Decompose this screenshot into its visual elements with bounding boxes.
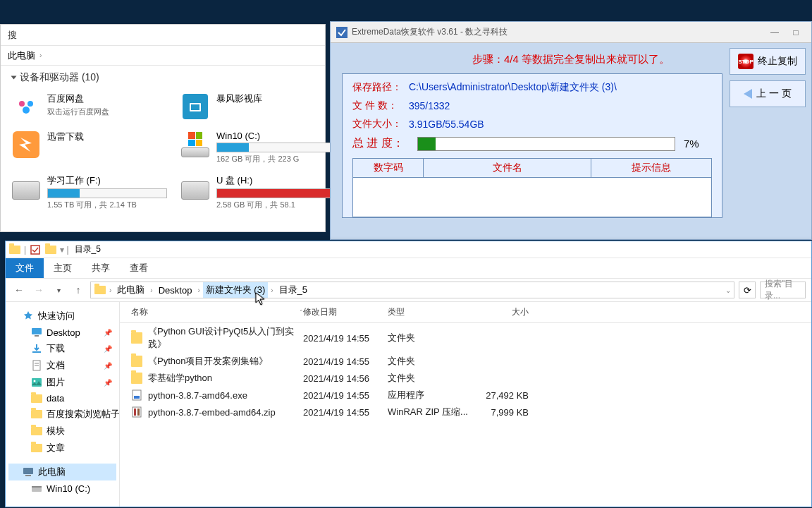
col-type[interactable]: 类型 xyxy=(388,306,472,318)
document-icon xyxy=(31,360,42,371)
tree-label: 百度搜索浏览帖子 xyxy=(47,408,120,421)
disk-icon xyxy=(31,483,42,494)
drive-xunlei[interactable]: 迅雷下载 xyxy=(12,131,167,164)
tree-documents[interactable]: 文档📌 xyxy=(8,357,116,374)
stop-copy-button[interactable]: STOP 终止复制 xyxy=(730,48,806,75)
file-type: 文件夹 xyxy=(388,372,472,385)
tree-win10-c[interactable]: Win10 (C:) xyxy=(8,480,116,496)
folder-small-icon[interactable] xyxy=(44,243,57,256)
up-button[interactable]: ↑ xyxy=(70,282,86,298)
minimize-button[interactable]: — xyxy=(765,26,785,39)
crumb-newfolder[interactable]: 新建文件夹 (3) xyxy=(203,282,269,298)
chevron-right-icon: › xyxy=(197,286,199,294)
folder-icon xyxy=(131,332,142,344)
svg-rect-21 xyxy=(134,409,136,416)
svg-rect-5 xyxy=(336,27,347,38)
tree-data[interactable]: data xyxy=(8,391,116,406)
file-name: 《Python GUI设计PyQt5从入门到实践》 xyxy=(148,325,303,351)
drive-usb-h[interactable]: U 盘 (H:) 2.58 GB 可用，共 58.1 xyxy=(181,174,336,210)
file-row[interactable]: 《Python GUI设计PyQt5从入门到实践》2021/4/19 14:55… xyxy=(120,323,811,353)
breadcrumb[interactable]: 此电脑 › xyxy=(1,46,325,66)
crumb-current[interactable]: 目录_5 xyxy=(276,282,310,298)
drive-title: 学习工作 (F:) xyxy=(47,174,167,187)
folder-icon xyxy=(94,284,106,296)
drive-baidu[interactable]: 百度网盘 双击运行百度网盘 xyxy=(12,92,167,121)
stop-button-label: 终止复制 xyxy=(758,55,797,68)
tree-articles[interactable]: 文章 xyxy=(8,440,116,456)
file-date: 2021/4/19 14:55 xyxy=(303,407,388,418)
recent-dropdown[interactable]: ▾ xyxy=(51,282,66,298)
tree-baidu-posts[interactable]: 百度搜索浏览帖子 xyxy=(8,406,116,423)
file-size: 27,492 KB xyxy=(472,390,543,401)
tree-this-pc[interactable]: 此电脑 xyxy=(8,464,116,480)
file-name: 《Python项目开发案例集锦》 xyxy=(148,355,268,368)
windows-icon xyxy=(188,132,202,146)
explorer-folder-window: | ▾ | 目录_5 文件 主页 共享 查看 ← → ▾ ↑ › 此电脑 › D… xyxy=(5,241,812,507)
tab-file[interactable]: 文件 xyxy=(6,258,44,278)
titlebar[interactable]: | ▾ | 目录_5 xyxy=(6,241,811,258)
file-type: 文件夹 xyxy=(388,355,472,368)
picture-icon xyxy=(31,377,42,388)
breadcrumb-item[interactable]: 此电脑 xyxy=(8,49,35,62)
tree-quick-access[interactable]: 快速访问 xyxy=(8,308,116,325)
drive-win10-c[interactable]: Win10 (C:) 162 GB 可用，共 223 G xyxy=(181,131,336,164)
result-table-body[interactable] xyxy=(352,178,712,217)
file-list[interactable]: 名称˄ 修改日期 类型 大小 《Python GUI设计PyQt5从入门到实践》… xyxy=(120,302,811,507)
prev-button-label: 上 一 页 xyxy=(756,87,792,100)
baofeng-icon xyxy=(183,94,208,119)
tree-desktop[interactable]: Desktop📌 xyxy=(8,325,116,340)
drive-study-f[interactable]: 学习工作 (F:) 1.55 TB 可用，共 2.14 TB xyxy=(12,174,167,210)
crumb-thispc[interactable]: 此电脑 xyxy=(114,282,147,298)
col-size[interactable]: 大小 xyxy=(472,306,543,318)
result-table-header: 数字码 文件名 提示信息 xyxy=(352,158,712,178)
tree-label: Win10 (C:) xyxy=(47,483,90,494)
tree-label: 此电脑 xyxy=(38,466,66,478)
section-header[interactable]: 设备和驱动器 (10) xyxy=(12,71,314,84)
folder-icon xyxy=(31,410,42,418)
back-button[interactable]: ← xyxy=(11,282,27,298)
file-date: 2021/4/19 14:55 xyxy=(303,390,388,401)
svg-point-0 xyxy=(19,101,25,107)
maximize-button[interactable]: □ xyxy=(786,26,806,39)
file-row[interactable]: python-3.8.7-amd64.exe2021/4/19 14:55应用程… xyxy=(120,387,811,404)
prev-page-button[interactable]: 上 一 页 xyxy=(730,80,806,107)
file-row[interactable]: 零基础学python2021/4/19 14:56文件夹 xyxy=(120,370,811,387)
stop-icon: STOP xyxy=(738,54,753,69)
checkbox-icon[interactable] xyxy=(29,243,42,256)
svg-point-1 xyxy=(27,101,33,107)
tab-home[interactable]: 主页 xyxy=(44,258,82,278)
nav-tree[interactable]: 快速访问 Desktop📌 下载📌 文档📌 图片📌 data 百度搜索浏览帖子 … xyxy=(6,302,120,507)
col-filename: 文件名 xyxy=(424,159,591,177)
tree-modules[interactable]: 模块 xyxy=(8,423,116,440)
drive-title: Win10 (C:) xyxy=(216,131,336,141)
tab-view[interactable]: 查看 xyxy=(120,258,158,278)
col-date[interactable]: 修改日期 xyxy=(303,306,388,318)
file-row[interactable]: 《Python项目开发案例集锦》2021/4/19 14:55文件夹 xyxy=(120,353,811,370)
refresh-button[interactable]: ⟳ xyxy=(739,282,756,298)
folder-icon xyxy=(131,356,142,367)
svg-rect-8 xyxy=(35,335,39,337)
svg-rect-22 xyxy=(137,409,140,416)
app-icon xyxy=(336,27,347,38)
size-label: 文件大小： xyxy=(352,118,409,131)
drive-subtitle: 2.58 GB 可用，共 58.1 xyxy=(216,200,336,210)
search-input[interactable]: 搜索"目录... xyxy=(760,282,806,298)
tree-downloads[interactable]: 下载📌 xyxy=(8,340,116,357)
address-bar[interactable]: › 此电脑 › Desktop › 新建文件夹 (3) › 目录_5 ⌄ xyxy=(90,282,734,298)
forward-button[interactable]: → xyxy=(31,282,47,298)
tree-label: 文档 xyxy=(47,359,65,372)
titlebar[interactable]: ExtremeData恢复软件 v3.61 - 数之寻科技 — □ xyxy=(331,22,811,43)
crumb-desktop[interactable]: Desktop xyxy=(156,284,195,297)
pin-icon: 📌 xyxy=(104,379,112,387)
ribbon-tabs: 文件 主页 共享 查看 xyxy=(6,258,811,278)
dropdown-icon[interactable]: ⌄ xyxy=(725,286,731,294)
drive-baofeng[interactable]: 暴风影视库 xyxy=(181,92,336,121)
svg-rect-7 xyxy=(32,328,42,334)
folder-icon xyxy=(31,427,42,435)
tree-pictures[interactable]: 图片📌 xyxy=(8,374,116,391)
progress-bar xyxy=(417,137,675,151)
tab-share[interactable]: 共享 xyxy=(82,258,120,278)
col-name[interactable]: 名称˄ xyxy=(120,306,303,318)
xunlei-icon xyxy=(13,131,39,158)
file-row[interactable]: python-3.8.7-embed-amd64.zip2021/4/19 14… xyxy=(120,404,811,421)
